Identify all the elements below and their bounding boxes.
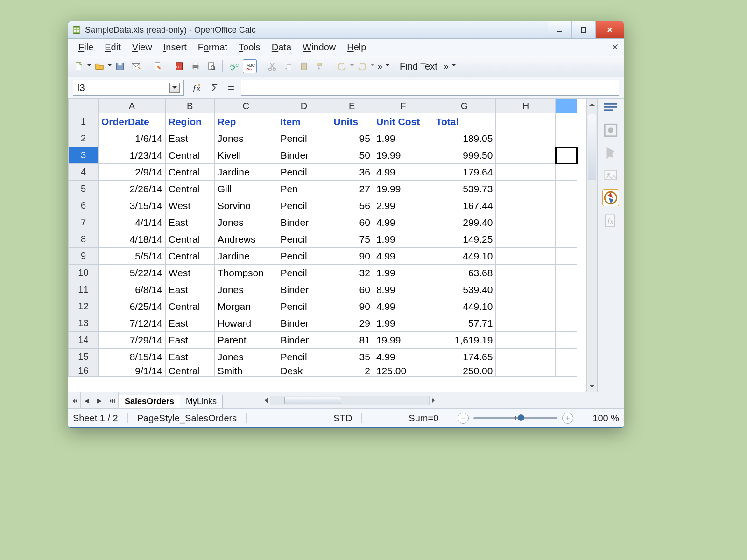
cell[interactable]: 60 [331, 214, 373, 231]
cell[interactable]: West [165, 265, 214, 281]
properties-icon[interactable] [603, 122, 619, 138]
cell[interactable]: 56 [331, 197, 373, 214]
cell[interactable]: 19.99 [373, 332, 433, 349]
copy-icon[interactable] [282, 60, 295, 73]
close-document-icon[interactable]: ✕ [611, 42, 619, 53]
cell[interactable]: Pen [277, 181, 331, 197]
cell[interactable]: 2/9/14 [98, 164, 165, 181]
cell[interactable]: 167.44 [433, 197, 496, 214]
zoom-in-icon[interactable]: + [562, 413, 573, 424]
col-header[interactable] [556, 99, 577, 113]
scroll-down-icon[interactable] [587, 382, 597, 392]
cell[interactable] [496, 147, 556, 164]
next-sheet-button[interactable]: ▶ [93, 392, 106, 408]
col-header[interactable]: E [331, 99, 373, 113]
cell[interactable]: Pencil [277, 298, 331, 315]
cell[interactable]: 19.99 [373, 181, 433, 197]
preview-icon[interactable] [205, 60, 218, 73]
cell[interactable]: 27 [331, 181, 373, 197]
new-doc-dropdown[interactable] [87, 64, 92, 68]
cell[interactable]: East [165, 281, 214, 298]
sum-icon[interactable]: Σ [209, 81, 223, 95]
cell[interactable]: Jardine [214, 248, 277, 265]
table-row[interactable]: 74/1/14EastJonesBinder604.99299.40 [69, 214, 577, 231]
cell[interactable]: Kivell [214, 147, 277, 164]
select-all-corner[interactable] [69, 99, 99, 113]
sidebar-menu-icon[interactable] [604, 102, 617, 112]
table-row[interactable]: 105/22/14WestThompsonPencil321.9963.68 [69, 265, 577, 281]
menu-insert[interactable]: Insert [158, 40, 192, 55]
cell[interactable]: 90 [331, 248, 373, 265]
cell[interactable]: Andrews [214, 231, 277, 248]
col-header[interactable]: G [433, 99, 496, 113]
cell[interactable] [496, 164, 556, 181]
column-header-row[interactable]: A B C D E F G H [69, 99, 577, 113]
cell[interactable]: Units [331, 113, 373, 130]
cell[interactable] [496, 248, 556, 265]
cell[interactable]: Gill [214, 181, 277, 197]
name-box-dropdown-icon[interactable] [169, 83, 180, 93]
cell[interactable] [556, 214, 577, 231]
cell[interactable] [556, 298, 577, 315]
row-header[interactable]: 11 [69, 281, 99, 298]
cell[interactable] [496, 231, 556, 248]
mail-icon[interactable] [129, 60, 142, 73]
cell[interactable] [496, 113, 556, 130]
cell[interactable]: 6/25/14 [98, 298, 165, 315]
first-sheet-button[interactable]: ⏮ [68, 392, 81, 408]
table-row[interactable]: 52/26/14CentralGillPen2719.99539.73 [69, 181, 577, 197]
cell[interactable] [556, 164, 577, 181]
row-header[interactable]: 10 [69, 265, 99, 281]
cell[interactable] [496, 332, 556, 349]
status-pagestyle[interactable]: PageStyle_SalesOrders [137, 413, 237, 424]
cell[interactable] [556, 181, 577, 197]
menu-help[interactable]: Help [341, 40, 372, 55]
cell[interactable]: 7/29/14 [98, 332, 165, 349]
zoom-out-icon[interactable]: − [458, 413, 469, 424]
cell[interactable]: 2/26/14 [98, 181, 165, 197]
menu-window[interactable]: Window [297, 40, 341, 55]
find-overflow-icon[interactable]: » [444, 62, 449, 71]
cell[interactable]: 4.99 [373, 214, 433, 231]
cell[interactable]: 7/12/14 [98, 315, 165, 332]
cell[interactable]: Region [165, 113, 214, 130]
horizontal-scrollbar[interactable] [260, 392, 624, 408]
cell[interactable]: 2.99 [373, 197, 433, 214]
cell[interactable]: 50 [331, 147, 373, 164]
row-header[interactable]: 4 [69, 164, 99, 181]
cell[interactable]: Morgan [214, 298, 277, 315]
cell[interactable]: Unit Cost [373, 113, 433, 130]
scroll-up-icon[interactable] [587, 99, 597, 109]
styles-icon[interactable] [603, 145, 619, 161]
cell[interactable]: Jones [214, 130, 277, 147]
cell[interactable]: Central [165, 298, 214, 315]
cell[interactable]: 449.10 [433, 298, 496, 315]
row-header[interactable]: 8 [69, 231, 99, 248]
table-row[interactable]: 169/1/14CentralSmithDesk2125.00250.00 [69, 365, 577, 377]
col-header[interactable]: H [496, 99, 556, 113]
cell[interactable]: 63.68 [433, 265, 496, 281]
cell[interactable] [496, 365, 556, 377]
cell[interactable]: Jones [214, 349, 277, 365]
sheet-tab[interactable]: MyLinks [180, 395, 223, 408]
maximize-button[interactable] [571, 21, 595, 38]
row-header[interactable]: 6 [69, 197, 99, 214]
menu-format[interactable]: Format [192, 40, 233, 55]
cell[interactable] [496, 298, 556, 315]
menu-edit[interactable]: Edit [99, 40, 126, 55]
hscroll-thumb[interactable] [284, 397, 341, 404]
cell[interactable]: Jones [214, 281, 277, 298]
table-row[interactable]: 137/12/14EastHowardBinder291.9957.71 [69, 315, 577, 332]
col-header[interactable]: C [214, 99, 277, 113]
equals-icon[interactable]: = [228, 81, 234, 94]
cell[interactable]: Pencil [277, 130, 331, 147]
sheet-tab[interactable]: SalesOrders [119, 395, 180, 408]
navigator-icon[interactable] [602, 189, 619, 206]
menu-tools[interactable]: Tools [233, 40, 266, 55]
cell[interactable]: 449.10 [433, 248, 496, 265]
cell[interactable]: Howard [214, 315, 277, 332]
cell[interactable]: Item [277, 113, 331, 130]
cell[interactable] [556, 265, 577, 281]
cell[interactable]: Rep [214, 113, 277, 130]
cell[interactable]: 57.71 [433, 315, 496, 332]
